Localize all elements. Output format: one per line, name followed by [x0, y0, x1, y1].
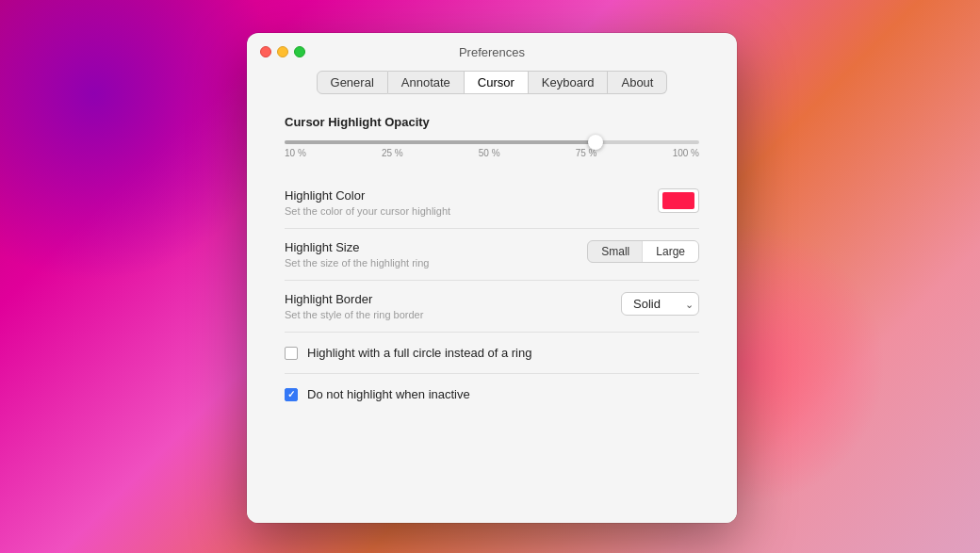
slider-fill [285, 140, 596, 144]
tab-annotate[interactable]: Annotate [388, 71, 465, 94]
opacity-section: Cursor Highlight Opacity 10 % 25 % 50 % … [285, 115, 699, 158]
size-segmented: Small Large [587, 240, 699, 263]
full-circle-label: Highlight with a full circle instead of … [307, 346, 531, 360]
slider-thumb[interactable] [588, 135, 603, 150]
minimize-button[interactable] [277, 46, 288, 57]
highlight-border-labels: Highlight Border Set the style of the ri… [285, 292, 423, 320]
slider-wrapper [285, 140, 699, 144]
tab-bar: General Annotate Cursor Keyboard About [247, 71, 737, 106]
title-bar: Preferences [247, 33, 737, 71]
color-swatch[interactable] [658, 188, 699, 213]
color-swatch-inner [662, 192, 694, 209]
content-area: Cursor Highlight Opacity 10 % 25 % 50 % … [247, 106, 737, 523]
highlight-size-label: Highlight Size [285, 240, 429, 254]
border-style-select[interactable]: Solid Dashed Dotted [621, 292, 699, 316]
maximize-button[interactable] [294, 46, 305, 57]
opacity-title: Cursor Highlight Opacity [285, 115, 699, 129]
highlight-size-desc: Set the size of the highlight ring [285, 257, 429, 268]
tab-about[interactable]: About [608, 71, 667, 94]
tab-keyboard[interactable]: Keyboard [529, 71, 609, 94]
highlight-size-row: Highlight Size Set the size of the highl… [285, 229, 699, 281]
label-25: 25 % [382, 148, 403, 158]
highlight-color-desc: Set the color of your cursor highlight [285, 205, 450, 217]
window-title: Preferences [459, 45, 525, 59]
highlight-color-control [658, 188, 699, 213]
full-circle-row: Highlight with a full circle instead of … [285, 333, 699, 374]
preferences-window: Preferences General Annotate Cursor Keyb… [247, 33, 737, 523]
highlight-color-row: Highlight Color Set the color of your cu… [285, 177, 699, 229]
tab-general[interactable]: General [317, 71, 388, 94]
slider-track [285, 140, 699, 144]
inactive-label: Do not highlight when inactive [307, 387, 470, 401]
checkmark-icon: ✓ [287, 390, 295, 399]
highlight-border-control: Solid Dashed Dotted ⌄ [621, 292, 699, 316]
highlight-size-labels: Highlight Size Set the size of the highl… [285, 240, 429, 268]
highlight-color-labels: Highlight Color Set the color of your cu… [285, 188, 450, 217]
slider-labels: 10 % 25 % 50 % 75 % 100 % [285, 148, 699, 158]
highlight-color-label: Highlight Color [285, 188, 450, 203]
highlight-border-desc: Set the style of the ring border [285, 309, 423, 320]
inactive-checkbox[interactable]: ✓ [285, 388, 298, 401]
bg-blob1 [0, 0, 283, 283]
highlight-border-row: Highlight Border Set the style of the ri… [285, 281, 699, 333]
traffic-lights [260, 46, 305, 57]
label-50: 50 % [479, 148, 500, 158]
tab-cursor[interactable]: Cursor [465, 71, 529, 94]
label-100: 100 % [673, 148, 699, 158]
label-10: 10 % [285, 148, 306, 158]
highlight-size-control: Small Large [587, 240, 699, 263]
inactive-row: ✓ Do not highlight when inactive [285, 374, 699, 415]
full-circle-checkbox[interactable] [285, 347, 298, 360]
close-button[interactable] [260, 46, 271, 57]
highlight-border-label: Highlight Border [285, 292, 423, 306]
size-small-button[interactable]: Small [588, 241, 643, 262]
border-select-wrapper: Solid Dashed Dotted ⌄ [621, 292, 699, 316]
size-large-button[interactable]: Large [643, 241, 698, 262]
